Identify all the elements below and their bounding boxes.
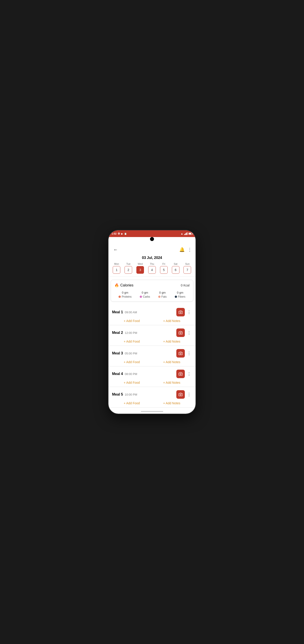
back-button[interactable]: ← — [112, 246, 119, 253]
calories-title: 🔥 Calories — [115, 283, 134, 287]
meal-2-links: + Add Food + Add Notes — [112, 340, 192, 343]
app-content: ← 🔔 ⋮ 03 Jul, 2024 Mon 1 Tue 2 — [109, 237, 195, 409]
status-right: ▲ — [180, 232, 192, 235]
meal-5-actions: ⋮ — [176, 390, 192, 399]
meal-1-header: Meal 1 09:00 AM ⋮ — [112, 308, 192, 316]
notification-icon[interactable]: 🔔 — [179, 247, 185, 252]
status-left: 1:02 ⚙ ▶ 📋 — [112, 232, 127, 235]
meal-5-add-notes-button[interactable]: + Add Notes — [163, 402, 180, 405]
meal-2-add-food-button[interactable]: + Add Food — [124, 340, 140, 343]
meal-5-section: Meal 5 10:00 PM ⋮ — [109, 387, 195, 408]
home-indicator — [109, 409, 195, 414]
meal-2-name: Meal 2 — [112, 331, 123, 335]
svg-point-8 — [180, 394, 181, 395]
signal-icon — [184, 232, 187, 235]
meal-2-section: Meal 2 12:00 PM ⋮ — [109, 325, 195, 346]
meal-3-more-button[interactable]: ⋮ — [186, 350, 192, 357]
svg-point-6 — [180, 374, 181, 375]
nav-right: 🔔 ⋮ — [179, 247, 192, 252]
meal-5-title-group: Meal 5 10:00 PM — [112, 392, 137, 396]
day-mon[interactable]: Mon 1 — [113, 262, 120, 274]
meal-2-header: Meal 2 12:00 PM ⋮ — [112, 328, 192, 337]
meal-5-time: 10:00 PM — [125, 393, 137, 396]
meal-2-actions: ⋮ — [176, 328, 192, 337]
macro-proteins: 0 gm Proteins — [119, 291, 132, 298]
meal-4-title-group: Meal 4 08:00 PM — [112, 372, 137, 376]
meal-5-header: Meal 5 10:00 PM ⋮ — [112, 390, 192, 399]
protein-dot — [119, 296, 121, 298]
meal-3-header: Meal 3 05:00 PM ⋮ — [112, 349, 192, 358]
meal-5-add-food-button[interactable]: + Add Food — [124, 402, 140, 405]
meal-5-more-button[interactable]: ⋮ — [186, 391, 192, 398]
meal-4-camera-button[interactable] — [176, 370, 185, 378]
battery-icon — [188, 232, 192, 235]
svg-point-4 — [180, 353, 181, 354]
calories-header: 🔥 Calories 0 Kcal — [115, 283, 189, 287]
meal-1-add-notes-button[interactable]: + Add Notes — [163, 319, 180, 323]
meal-3-add-notes-button[interactable]: + Add Notes — [163, 360, 180, 364]
meal-4-header: Meal 4 08:00 PM ⋮ — [112, 370, 192, 378]
meal-4-add-food-button[interactable]: + Add Food — [124, 381, 140, 384]
meal-3-time: 05:00 PM — [125, 352, 137, 355]
day-sun[interactable]: Sun 7 — [183, 262, 191, 274]
play-icon: ▶ — [121, 232, 123, 235]
wifi-icon: ▲ — [180, 232, 183, 235]
macros-row: 0 gm Proteins 0 gm Carbs — [115, 291, 189, 298]
meal-1-title-group: Meal 1 09:00 AM — [112, 310, 137, 314]
meal-5-links: + Add Food + Add Notes — [112, 402, 192, 405]
meal-1-camera-button[interactable] — [176, 308, 185, 316]
status-bar: 1:02 ⚙ ▶ 📋 ▲ — [109, 230, 195, 237]
meal-1-actions: ⋮ — [176, 308, 192, 316]
day-sat[interactable]: Sat 6 — [172, 262, 179, 274]
svg-point-2 — [180, 332, 181, 334]
carbs-dot — [140, 296, 142, 298]
date-display: 03 Jul, 2024 — [109, 255, 195, 262]
calories-card: 🔥 Calories 0 Kcal 0 gm Proteins 0 gm — [111, 280, 193, 302]
meal-4-time: 08:00 PM — [125, 372, 137, 376]
meal-1-name: Meal 1 — [112, 310, 123, 314]
meal-3-camera-button[interactable] — [176, 349, 185, 358]
meal-3-name: Meal 3 — [112, 351, 123, 355]
meal-5-camera-button[interactable] — [176, 390, 185, 399]
day-wed[interactable]: Wed 3 — [136, 262, 144, 274]
fats-dot — [158, 296, 160, 298]
macro-fibers: 0 gm Fibers — [175, 291, 185, 298]
day-tue[interactable]: Tue 2 — [125, 262, 132, 274]
meal-4-name: Meal 4 — [112, 372, 123, 376]
meal-3-title-group: Meal 3 05:00 PM — [112, 351, 137, 355]
fire-icon: 🔥 — [115, 283, 119, 287]
day-fri[interactable]: Fri 5 — [160, 262, 168, 274]
meal-3-actions: ⋮ — [176, 349, 192, 358]
meal-2-title-group: Meal 2 12:00 PM — [112, 331, 137, 335]
settings-icon: ⚙ — [118, 232, 120, 235]
calories-value: 0 Kcal — [181, 284, 189, 287]
meal-4-actions: ⋮ — [176, 370, 192, 378]
day-thu[interactable]: Thu 4 — [148, 262, 156, 274]
macro-carbs: 0 gm Carbs — [140, 291, 150, 298]
meal-2-add-notes-button[interactable]: + Add Notes — [163, 340, 180, 343]
meal-3-section: Meal 3 05:00 PM ⋮ — [109, 346, 195, 366]
svg-point-0 — [180, 312, 181, 313]
meal-4-section: Meal 4 08:00 PM ⋮ — [109, 366, 195, 387]
meal-4-add-notes-button[interactable]: + Add Notes — [163, 381, 180, 384]
meal-1-more-button[interactable]: ⋮ — [186, 309, 192, 316]
status-time: 1:02 — [112, 232, 117, 235]
meal-4-links: + Add Food + Add Notes — [112, 381, 192, 384]
fibers-dot — [175, 296, 177, 298]
meal-2-time: 12:00 PM — [125, 331, 137, 334]
meal-4-more-button[interactable]: ⋮ — [186, 370, 192, 377]
meal-1-add-food-button[interactable]: + Add Food — [124, 319, 140, 323]
meal-3-links: + Add Food + Add Notes — [112, 360, 192, 364]
meal-1-section: Meal 1 09:00 AM ⋮ — [109, 305, 195, 325]
week-calendar: Mon 1 Tue 2 Wed 3 Thu 4 Fri 5 — [109, 262, 195, 276]
meal-1-time: 09:00 AM — [125, 310, 137, 314]
meal-2-camera-button[interactable] — [176, 328, 185, 337]
meal-1-links: + Add Food + Add Notes — [112, 319, 192, 323]
clipboard-icon: 📋 — [124, 232, 127, 235]
meal-5-name: Meal 5 — [112, 392, 123, 396]
meal-3-add-food-button[interactable]: + Add Food — [124, 360, 140, 364]
home-bar — [141, 411, 163, 412]
macro-fats: 0 gm Fats — [158, 291, 166, 298]
meal-2-more-button[interactable]: ⋮ — [186, 330, 192, 336]
more-options-icon[interactable]: ⋮ — [187, 247, 192, 252]
